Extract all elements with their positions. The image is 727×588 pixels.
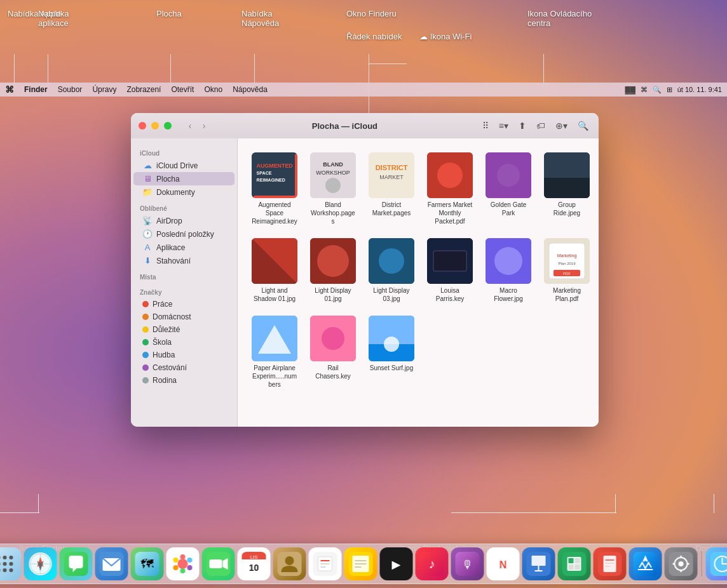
sidebar-label-aplikace: Aplikace bbox=[156, 243, 185, 252]
dock-item-facetime[interactable] bbox=[202, 547, 235, 580]
menubar-zobrazeni[interactable]: Zobrazení bbox=[126, 85, 161, 94]
sidebar-item-stahovani[interactable]: ⬇ Stahování bbox=[133, 254, 234, 267]
svg-point-63 bbox=[180, 554, 186, 559]
file-item-light-display1[interactable]: Light Display 01.jpg bbox=[306, 234, 360, 307]
file-thumb-group bbox=[544, 152, 590, 198]
menubar-otevrit[interactable]: Otevřít bbox=[171, 85, 194, 94]
dock-item-maps[interactable]: 🗺 bbox=[131, 547, 164, 580]
menubar-napoveda[interactable]: Nápověda bbox=[233, 85, 268, 94]
svg-text:MARKET: MARKET bbox=[379, 174, 404, 180]
file-item-farmers[interactable]: Farmers Market Monthly Packet.pdf bbox=[423, 149, 477, 229]
file-item-sunset[interactable]: Sunset Surf.jpg bbox=[365, 312, 418, 392]
dock-item-photos[interactable] bbox=[166, 547, 200, 580]
sidebar-item-dokumenty[interactable]: 📁 Dokumenty bbox=[133, 185, 234, 199]
dock-item-keynote[interactable] bbox=[522, 547, 555, 580]
svg-text:DISTRICT: DISTRICT bbox=[376, 164, 408, 171]
sidebar-item-posledni[interactable]: 🕐 Poslední položky bbox=[133, 227, 234, 241]
dock-item-launchpad[interactable] bbox=[0, 547, 22, 580]
menubar-okno[interactable]: Okno bbox=[204, 85, 222, 94]
sidebar-item-plocha[interactable]: 🖥 Plocha bbox=[133, 172, 234, 185]
file-name-augmented: Augmented Space Reimagined.key bbox=[252, 201, 297, 225]
sidebar-item-skola[interactable]: Škola bbox=[133, 336, 234, 349]
menubar-control-center-icon[interactable]: ⊞ bbox=[667, 86, 672, 94]
view-icon-list[interactable]: ≡▾ bbox=[496, 119, 511, 132]
dock-item-music[interactable]: ♪ bbox=[416, 547, 449, 580]
file-name-sunset: Sunset Surf.jpg bbox=[370, 364, 413, 372]
finder-window: ‹ › Plocha — iCloud ⠿ ≡▾ ⬆ 🏷 ⊕▾ 🔍 iCloud… bbox=[131, 113, 599, 427]
file-item-macro[interactable]: Macro Flower.jpg bbox=[482, 234, 535, 307]
close-button[interactable] bbox=[139, 122, 146, 130]
file-item-marketing[interactable]: Marketing Plan 2019 PDF Marketing Plan.p… bbox=[540, 234, 594, 307]
svg-point-64 bbox=[180, 568, 186, 573]
sidebar-item-cestovani[interactable]: Cestování bbox=[133, 361, 234, 374]
share-icon[interactable]: ⬆ bbox=[516, 119, 529, 132]
dock-item-news[interactable]: N bbox=[487, 547, 520, 580]
dock-item-appstore[interactable] bbox=[629, 547, 662, 580]
dock-item-calendar[interactable]: 10 LIS bbox=[238, 547, 271, 580]
svg-point-43 bbox=[3, 556, 7, 559]
tag-dot-rodina bbox=[142, 377, 149, 384]
file-item-paper[interactable]: Paper Airplane Experim.....numbers bbox=[248, 312, 301, 392]
minimize-button[interactable] bbox=[151, 122, 159, 130]
back-button[interactable]: ‹ bbox=[184, 120, 196, 131]
file-item-group[interactable]: Group Ride.jpeg bbox=[540, 149, 594, 229]
menubar-finder[interactable]: Finder bbox=[24, 85, 48, 94]
forward-button[interactable]: › bbox=[198, 120, 210, 131]
svg-point-36 bbox=[322, 327, 344, 350]
file-item-light-display3[interactable]: Light Display 03.jpg bbox=[365, 234, 418, 307]
file-item-louisa[interactable]: Louisa Parris.key bbox=[423, 234, 477, 307]
svg-point-22 bbox=[379, 248, 404, 274]
svg-point-78 bbox=[285, 556, 294, 565]
dock-item-systemprefs[interactable] bbox=[665, 547, 698, 580]
svg-rect-104 bbox=[575, 558, 580, 563]
search-icon[interactable]: 🔍 bbox=[575, 119, 591, 132]
plocha-icon: 🖥 bbox=[142, 174, 153, 184]
dock-item-safari[interactable] bbox=[24, 547, 57, 580]
sidebar-item-rodina[interactable]: Rodina bbox=[133, 374, 234, 387]
file-name-paper: Paper Airplane Experim.....numbers bbox=[252, 364, 297, 389]
view-icon-grid[interactable]: ⠿ bbox=[480, 119, 491, 132]
svg-rect-24 bbox=[433, 251, 466, 271]
file-item-district[interactable]: DISTRICT MARKET District Market.pages bbox=[365, 149, 418, 229]
dock-item-messages[interactable] bbox=[60, 547, 93, 580]
sidebar-item-icloud-drive[interactable]: ☁ iCloud Drive bbox=[133, 159, 234, 172]
apple-menu[interactable]: ⌘ bbox=[5, 84, 14, 95]
file-item-golden[interactable]: Golden Gate Park bbox=[482, 149, 535, 229]
svg-point-26 bbox=[494, 247, 522, 275]
tag-icon[interactable]: 🏷 bbox=[534, 119, 548, 132]
file-item-bland[interactable]: BLAND WORKSHOP Bland Workshop.pages bbox=[306, 149, 360, 229]
file-name-farmers: Farmers Market Monthly Packet.pdf bbox=[427, 201, 473, 225]
dock-item-pages[interactable] bbox=[594, 547, 627, 580]
sidebar-item-domacnost[interactable]: Domácnost bbox=[133, 311, 234, 323]
more-icon[interactable]: ⊕▾ bbox=[553, 119, 570, 132]
finder-titlebar: ‹ › Plocha — iCloud ⠿ ≡▾ ⬆ 🏷 ⊕▾ 🔍 bbox=[131, 113, 599, 138]
menubar-upravy[interactable]: Úpravy bbox=[92, 85, 116, 94]
sidebar-label-cestovani: Cestování bbox=[153, 363, 187, 372]
file-item-light-shadow[interactable]: Light and Shadow 01.jpg bbox=[248, 234, 301, 307]
svg-point-68 bbox=[187, 565, 193, 570]
svg-rect-106 bbox=[575, 565, 580, 570]
icloud-drive-icon: ☁ bbox=[142, 161, 153, 170]
dock-item-contacts[interactable] bbox=[273, 547, 306, 580]
maximize-button[interactable] bbox=[164, 122, 172, 130]
file-item-augmented[interactable]: AUGMENTED SPACE REIMAGINED Augmented Spa… bbox=[248, 149, 301, 229]
dock-item-mail[interactable] bbox=[95, 547, 128, 580]
sidebar-label-icloud-drive: iCloud Drive bbox=[156, 161, 198, 170]
sidebar-label-airdrop: AirDrop bbox=[156, 217, 182, 225]
dock-item-podcasts[interactable]: 🎙 bbox=[451, 547, 484, 580]
menubar: ⌘ Finder Soubor Úpravy Zobrazení Otevřít… bbox=[0, 83, 727, 97]
sidebar-item-prace[interactable]: Práce bbox=[133, 298, 234, 311]
file-item-rail[interactable]: Rail Chasers.key bbox=[306, 312, 360, 392]
dock-item-reminders[interactable] bbox=[309, 547, 342, 580]
sidebar-item-dulezite[interactable]: Důležité bbox=[133, 323, 234, 336]
sidebar-item-hudba[interactable]: Hudba bbox=[133, 349, 234, 361]
menubar-wifi-icon[interactable]: ⌘ bbox=[641, 86, 648, 94]
dock-item-appletv[interactable]: ▶ bbox=[380, 547, 413, 580]
menubar-search-icon[interactable]: 🔍 bbox=[653, 86, 662, 94]
dock-item-notes[interactable] bbox=[344, 547, 377, 580]
dock-item-numbers[interactable] bbox=[558, 547, 591, 580]
sidebar-item-airdrop[interactable]: 📡 AirDrop bbox=[133, 214, 234, 227]
sidebar-item-aplikace[interactable]: A Aplikace bbox=[133, 241, 234, 254]
dock-item-screentime[interactable] bbox=[706, 547, 728, 580]
menubar-soubor[interactable]: Soubor bbox=[58, 85, 83, 94]
